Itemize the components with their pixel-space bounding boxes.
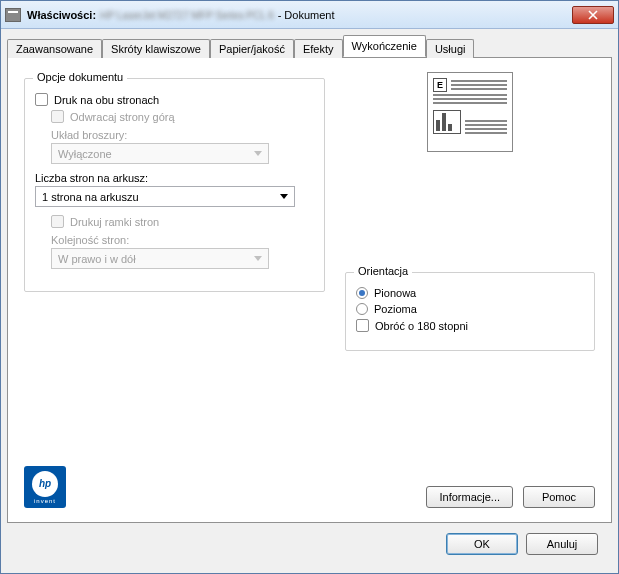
titlebar[interactable]: Właściwości: HP LaserJet M2727 MFP Serie… [1,1,618,29]
ok-button[interactable]: OK [446,533,518,555]
combo-booklet-value: Wyłączone [58,148,250,160]
title-suffix: - Dokument [278,9,335,21]
hp-logo: hp invent [24,466,66,508]
close-button[interactable] [572,6,614,24]
close-icon [588,10,598,20]
page-preview: E [427,72,513,152]
label-duplex: Druk na obu stronach [54,94,159,106]
group-title-opcje: Opcje dokumentu [33,71,127,83]
label-pages-per-sheet: Liczba stron na arkusz: [35,172,314,184]
group-opcje-dokumentu: Opcje dokumentu Druk na obu stronach Odw… [24,78,325,292]
row-rotate[interactable]: Obróć o 180 stopni [356,319,584,332]
help-button[interactable]: Pomoc [523,486,595,508]
group-title-orientacja: Orientacja [354,265,412,277]
radio-portrait[interactable] [356,287,368,299]
dialog-footer: OK Anuluj [7,523,612,567]
combo-booklet: Wyłączone [51,143,269,164]
row-landscape[interactable]: Pozioma [356,303,584,315]
title-prefix: Właściwości: [27,9,96,21]
group-orientacja: Orientacja Pionowa Pozioma Obróć o 180 s… [345,272,595,351]
tab-panel-wykonczenie: Opcje dokumentu Druk na obu stronach Odw… [7,57,612,523]
preview-chart-icon [433,110,461,134]
label-borders: Drukuj ramki stron [70,216,159,228]
tab-zaawansowane[interactable]: Zaawansowane [7,39,102,58]
label-landscape: Pozioma [374,303,417,315]
tab-skroty[interactable]: Skróty klawiszowe [102,39,210,58]
row-borders: Drukuj ramki stron [51,215,314,228]
radio-landscape[interactable] [356,303,368,315]
combo-order-value: W prawo i w dół [58,253,250,265]
window-title: Właściwości: HP LaserJet M2727 MFP Serie… [27,9,572,21]
chevron-down-icon [250,250,266,267]
label-booklet: Układ broszury: [51,129,314,141]
row-flip: Odwracaj strony górą [51,110,314,123]
logo-row: hp invent Informacje... Pomoc [24,466,595,508]
preview-letter-icon: E [433,78,447,92]
checkbox-duplex[interactable] [35,93,48,106]
cancel-button[interactable]: Anuluj [526,533,598,555]
checkbox-rotate[interactable] [356,319,369,332]
hp-logo-sub: invent [34,498,56,504]
label-page-order: Kolejność stron: [51,234,314,246]
combo-page-order: W prawo i w dół [51,248,269,269]
tab-wykonczenie[interactable]: Wykończenie [343,35,426,57]
tab-papier[interactable]: Papier/jakość [210,39,294,58]
label-rotate: Obróć o 180 stopni [375,320,468,332]
label-portrait: Pionowa [374,287,416,299]
properties-dialog: Właściwości: HP LaserJet M2727 MFP Serie… [0,0,619,574]
checkbox-borders [51,215,64,228]
checkbox-flip [51,110,64,123]
chevron-down-icon[interactable] [276,188,292,205]
label-flip: Odwracaj strony górą [70,111,175,123]
row-portrait[interactable]: Pionowa [356,287,584,299]
combo-pages-per-sheet[interactable]: 1 strona na arkuszu [35,186,295,207]
tab-strip: Zaawansowane Skróty klawiszowe Papier/ja… [7,35,612,57]
tab-uslugi[interactable]: Usługi [426,39,475,58]
title-device: HP LaserJet M2727 MFP Series PCL 6 [100,9,274,21]
window-icon [5,8,21,22]
tab-efekty[interactable]: Efekty [294,39,343,58]
combo-pages-value: 1 strona na arkuszu [42,191,276,203]
hp-logo-text: hp [32,471,58,497]
chevron-down-icon [250,145,266,162]
row-duplex[interactable]: Druk na obu stronach [35,93,314,106]
info-button[interactable]: Informacje... [426,486,513,508]
client-area: Zaawansowane Skróty klawiszowe Papier/ja… [1,29,618,573]
